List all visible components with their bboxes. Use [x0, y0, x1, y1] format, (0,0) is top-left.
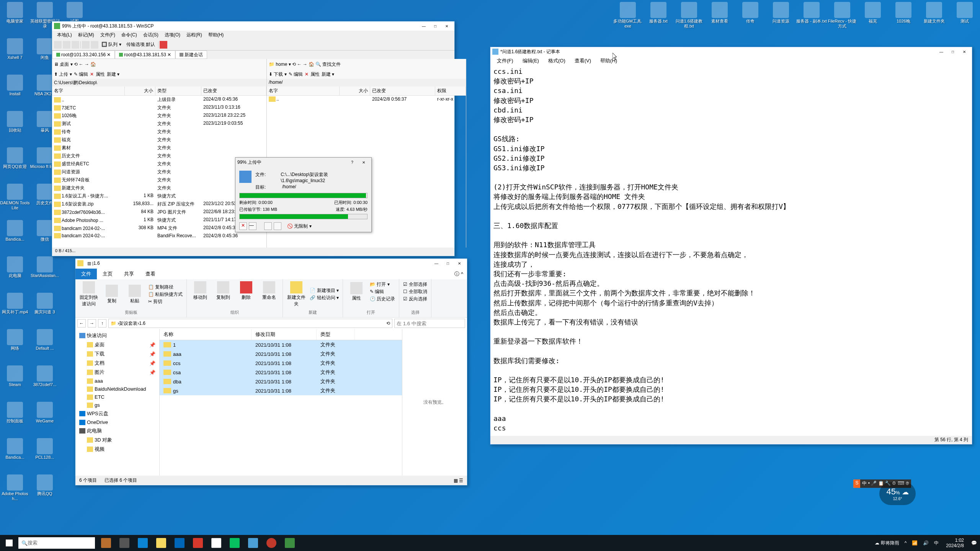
tree-item[interactable]: 此电脑: [77, 426, 157, 435]
session-tab[interactable]: root@101.33.240.156 ✕: [52, 51, 115, 59]
menu-item[interactable]: 命令(C): [118, 31, 140, 39]
delete-button[interactable]: ✕: [305, 72, 309, 77]
desktop-icon[interactable]: 网络: [0, 327, 30, 364]
file-row[interactable]: gs2021/10/31 1:08文件夹: [160, 386, 402, 395]
search-input[interactable]: [394, 319, 465, 328]
file-row[interactable]: 3872cdef76094b36...84 KBJPG 图片文件2022/6/8…: [52, 208, 266, 216]
desktop-icon[interactable]: 服务器.txt: [643, 0, 674, 36]
notepad-titlebar[interactable]: *问道1.6搭建教程.txt - 记事本 — □ ✕: [490, 47, 972, 56]
file-row[interactable]: 历史文件文件夹: [52, 152, 266, 160]
toolbar-icon[interactable]: [264, 222, 272, 230]
invert-selection[interactable]: ☑ 反向选择: [403, 296, 427, 302]
desktop-icon[interactable]: PCL128...: [30, 436, 60, 473]
tree-item[interactable]: 视频: [77, 445, 157, 454]
volume-icon[interactable]: 🔊: [922, 540, 930, 546]
explorer-qat[interactable]: ▥ |: [87, 261, 93, 266]
select-all[interactable]: ☑ 全部选择: [403, 281, 427, 288]
maximize-button[interactable]: □: [430, 22, 441, 30]
tree-item[interactable]: 桌面 📌: [77, 340, 157, 349]
notifications-icon[interactable]: 💬: [970, 540, 978, 546]
rename-button[interactable]: 重命名: [260, 281, 279, 301]
properties-button[interactable]: 属性: [96, 71, 105, 78]
minimize-button[interactable]: —: [431, 259, 442, 267]
maximize-button[interactable]: □: [947, 48, 959, 55]
nav-tree[interactable]: 快速访问桌面 📌下载 📌文档 📌图片 📌aaaBaiduNetdiskDownl…: [75, 329, 160, 476]
copy-path[interactable]: 📋 复制路径: [148, 284, 183, 290]
file-row[interactable]: bandicam 2024-02-...308 KBMP4 文件2024/2/8…: [52, 224, 266, 232]
file-row[interactable]: 测试文件夹2023/12/19 0:03:55: [52, 120, 266, 128]
easy-access[interactable]: 🔗 轻松访问 ▾: [310, 295, 339, 301]
nav-button[interactable]: ⟲: [74, 62, 78, 67]
menu-item[interactable]: 格式(O): [544, 57, 570, 65]
tree-item[interactable]: WPS云盘: [77, 409, 157, 418]
file-row[interactable]: 传奇文件夹: [52, 128, 266, 136]
taskbar-app[interactable]: [244, 535, 262, 551]
notepad-textarea[interactable]: ccs.ini 修改密码+IP csa.ini 修改密码+IP cbd.ini …: [490, 65, 972, 436]
remote-path[interactable]: /home/: [267, 79, 466, 86]
tab-file[interactable]: 文件: [75, 269, 97, 279]
desktop-icon[interactable]: 传奇: [735, 0, 766, 36]
start-button[interactable]: [0, 535, 18, 551]
taskbar-search[interactable]: 🔍 搜索: [18, 537, 95, 549]
desktop-icon[interactable]: 服务器 - 副本.txt: [796, 0, 827, 36]
edit-button[interactable]: ✎ 编辑: [289, 71, 303, 78]
tab-share[interactable]: 共享: [118, 269, 140, 279]
local-drive-selector[interactable]: 🖥 桌面 ▾: [54, 61, 73, 68]
menu-item[interactable]: 本地(L): [54, 31, 75, 39]
tree-item[interactable]: aaa: [77, 377, 157, 385]
desktop-icon[interactable]: 回收站: [0, 109, 30, 145]
desktop-icon[interactable]: 1026晚: [888, 0, 919, 36]
desktop-icon[interactable]: Bandica...: [0, 218, 30, 254]
toolbar-icon[interactable]: [82, 41, 90, 49]
open-button[interactable]: 📂 打开 ▾: [370, 281, 395, 288]
toolbar-icon[interactable]: [72, 41, 79, 49]
menu-item[interactable]: 编辑(E): [518, 57, 544, 65]
tree-item[interactable]: OneDrive: [77, 418, 157, 426]
progress-help-button[interactable]: ?: [346, 158, 358, 166]
desktop-icon[interactable]: WeGame: [30, 400, 60, 436]
desktop-icon[interactable]: FileRecv - 快捷方式: [827, 0, 858, 36]
pin-button[interactable]: 固定到快速访问: [79, 281, 98, 307]
view-mode-icons[interactable]: ▦ ☰: [454, 478, 463, 483]
clock[interactable]: 1:02 2024/2/8: [943, 538, 967, 549]
desktop-icon[interactable]: Install: [0, 73, 30, 109]
tree-item[interactable]: 3D 对象: [77, 435, 157, 445]
file-row[interactable]: dba2021/10/31 1:08文件夹: [160, 377, 402, 386]
file-row[interactable]: 素材文件夹: [52, 144, 266, 152]
file-row[interactable]: bandicam 2024-02-...BandiFix Recove...20…: [52, 232, 266, 239]
tray-chevron[interactable]: ^: [903, 540, 908, 546]
nav-button[interactable]: ←: [79, 62, 83, 67]
local-path[interactable]: C:\Users\鹏\Desktop\: [52, 79, 266, 86]
explorer-titlebar[interactable]: ▥ | 1.6 — □ ✕: [75, 259, 467, 268]
toolbar-icon[interactable]: [91, 41, 98, 49]
desktop-icon[interactable]: StartAssistan...: [30, 254, 60, 291]
desktop-icon[interactable]: 腕灾问道 3: [30, 291, 60, 327]
desktop-icon[interactable]: 多功能GM工具.exe: [612, 0, 643, 36]
file-row[interactable]: 问道资源文件夹: [52, 168, 266, 176]
taskbar-app[interactable]: [225, 535, 244, 551]
copy-button[interactable]: 复制: [102, 285, 121, 304]
desktop-icon[interactable]: 素材查看: [704, 0, 735, 36]
desktop-icon[interactable]: 新建文件夹: [919, 0, 949, 36]
history-button[interactable]: 🕐 历史记录: [370, 296, 395, 302]
menu-item[interactable]: 查看(V): [570, 57, 596, 65]
tree-item[interactable]: BaiduNetdiskDownload: [77, 385, 157, 393]
file-row[interactable]: 无焯怀74音板文件夹: [52, 176, 266, 184]
taskbar-app[interactable]: [262, 535, 281, 551]
nav-button[interactable]: ⟲: [292, 62, 296, 67]
tree-item[interactable]: 图片 📌: [77, 368, 157, 377]
desktop-icon[interactable]: 此电脑: [0, 254, 30, 291]
ribbon-collapse[interactable]: ⓘ ^: [451, 269, 467, 279]
menu-item[interactable]: 帮助(H): [205, 31, 227, 39]
delete-button[interactable]: ✕: [90, 72, 94, 77]
taskbar-app[interactable]: [152, 535, 170, 551]
session-tab[interactable]: 新建会话: [175, 51, 207, 59]
close-button[interactable]: ✕: [959, 48, 970, 55]
new-button[interactable]: 新建 ▾: [107, 71, 119, 78]
progress-close-button[interactable]: ✕: [358, 158, 369, 166]
file-row[interactable]: 1.6架设工具 - 快捷方...1 KB快捷方式: [52, 192, 266, 200]
taskbar-app[interactable]: [134, 535, 152, 551]
close-button[interactable]: ✕: [441, 22, 452, 30]
desktop-icon[interactable]: 问道1.6搭建教程.txt: [674, 0, 704, 36]
minimize-button[interactable]: —: [249, 222, 256, 230]
